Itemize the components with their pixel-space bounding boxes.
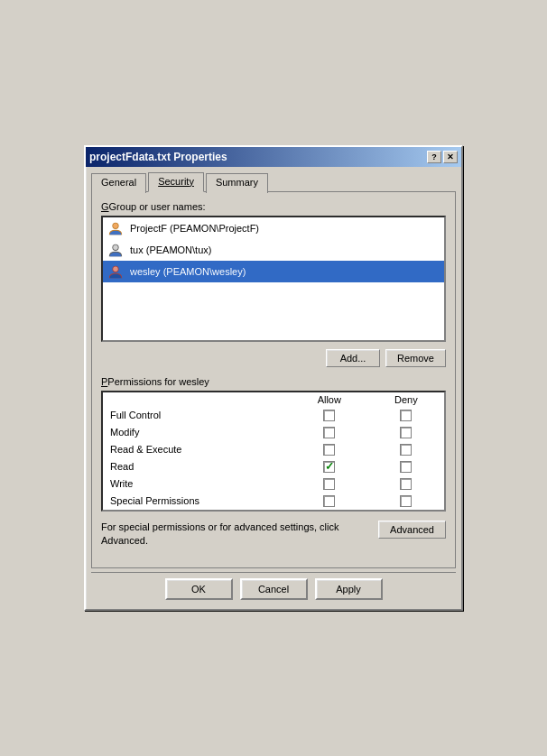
svg-point-1 xyxy=(113,223,117,227)
permission-name-modify: Modify xyxy=(103,424,291,441)
checkbox-modify-deny[interactable] xyxy=(400,427,412,438)
tab-security[interactable]: Security xyxy=(148,172,204,192)
checkbox-read-allow[interactable] xyxy=(323,461,335,473)
advanced-description: For special permissions or for advanced … xyxy=(101,521,371,549)
tabs-container: General Security Summary xyxy=(91,172,456,192)
checkbox-fullcontrol-allow[interactable] xyxy=(323,410,335,421)
permission-row-special: Special Permissions xyxy=(103,493,444,510)
user-name-wesley: wesley (PEAMON\wesley) xyxy=(130,266,246,277)
user-item-tux[interactable]: tux (PEAMON\tux) xyxy=(103,239,444,261)
title-bar-controls: ? ✕ xyxy=(427,151,458,163)
permission-name-readexecute: Read & Execute xyxy=(103,441,291,458)
help-button[interactable]: ? xyxy=(427,151,441,163)
users-list[interactable]: ProjectF (PEAMON\ProjectF) tux (PEAMON\t… xyxy=(101,216,446,342)
permissions-header: PPermissions for wesley xyxy=(101,376,446,387)
bottom-buttons: OK Cancel Apply xyxy=(91,572,456,604)
checkbox-special-allow[interactable] xyxy=(323,495,335,507)
group-users-label: GGroup or user names: xyxy=(101,201,446,212)
permission-name-write: Write xyxy=(103,475,291,493)
advanced-section: For special permissions or for advanced … xyxy=(101,521,446,549)
permissions-col-deny: Deny xyxy=(368,392,444,407)
user-avatar-icon xyxy=(107,263,124,280)
cancel-button[interactable]: Cancel xyxy=(240,578,308,600)
permissions-col-name xyxy=(103,392,291,407)
user-name-projectf: ProjectF (PEAMON\ProjectF) xyxy=(130,223,259,234)
permission-name-fullcontrol: Full Control xyxy=(103,407,291,424)
add-button[interactable]: Add... xyxy=(326,349,380,367)
close-button[interactable]: ✕ xyxy=(443,151,458,163)
checkbox-fullcontrol-deny[interactable] xyxy=(400,410,412,421)
svg-point-3 xyxy=(113,244,117,249)
remove-button[interactable]: Remove xyxy=(385,349,446,367)
permission-row-fullcontrol: Full Control xyxy=(103,407,444,424)
ok-button[interactable]: OK xyxy=(165,578,233,600)
advanced-button[interactable]: Advanced xyxy=(378,521,446,539)
checkbox-write-deny[interactable] xyxy=(400,478,412,490)
user-icon-projectf xyxy=(107,219,125,237)
checkbox-readexecute-deny[interactable] xyxy=(400,444,412,456)
user-action-buttons: Add... Remove xyxy=(101,349,446,367)
permission-row-read: Read xyxy=(103,458,444,475)
permission-row-write: Write xyxy=(103,475,444,493)
user-icon-wesley xyxy=(107,263,125,281)
permission-row-modify: Modify xyxy=(103,424,444,441)
permission-name-special: Special Permissions xyxy=(103,493,291,510)
checkbox-modify-allow[interactable] xyxy=(323,427,335,438)
tab-summary[interactable]: Summary xyxy=(206,173,268,193)
checkbox-readexecute-allow[interactable] xyxy=(323,444,335,456)
permissions-table-wrapper: Allow Deny Full Control Modify xyxy=(101,391,446,512)
user-item-wesley[interactable]: wesley (PEAMON\wesley) xyxy=(103,261,444,282)
apply-button[interactable]: Apply xyxy=(315,578,383,600)
user-icon-tux xyxy=(107,241,125,259)
user-avatar-icon xyxy=(107,242,124,258)
checkbox-write-allow[interactable] xyxy=(323,478,335,490)
window-title: projectFdata.txt Properties xyxy=(89,151,227,163)
tab-general[interactable]: General xyxy=(91,173,146,193)
checkbox-read-deny[interactable] xyxy=(400,461,412,473)
title-bar-text: projectFdata.txt Properties xyxy=(89,151,227,163)
checkbox-special-deny[interactable] xyxy=(400,495,412,507)
user-avatar-icon xyxy=(107,220,124,236)
user-name-tux: tux (PEAMON\tux) xyxy=(130,244,211,255)
window-body: General Security Summary GGroup or user … xyxy=(86,167,461,610)
permission-row-readexecute: Read & Execute xyxy=(103,441,444,458)
content-area: GGroup or user names: ProjectF (PEAMON\P… xyxy=(91,191,456,569)
permissions-table: Allow Deny Full Control Modify xyxy=(103,392,444,510)
permissions-col-allow: Allow xyxy=(291,392,368,407)
svg-point-5 xyxy=(113,266,117,271)
title-bar: projectFdata.txt Properties ? ✕ xyxy=(86,147,461,167)
user-item-projectf[interactable]: ProjectF (PEAMON\ProjectF) xyxy=(103,217,444,239)
permission-name-read: Read xyxy=(103,458,291,475)
properties-dialog: projectFdata.txt Properties ? ✕ General … xyxy=(84,145,463,612)
